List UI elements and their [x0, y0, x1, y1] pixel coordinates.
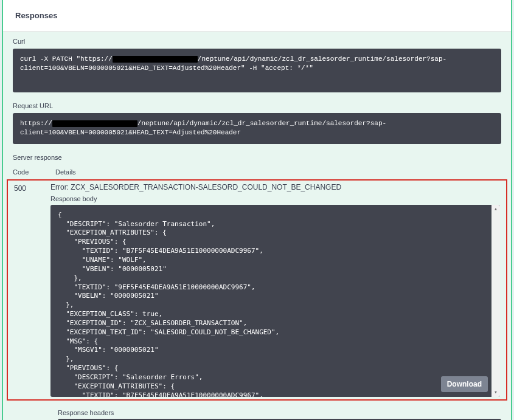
server-response-label: Server response — [3, 148, 511, 164]
response-headers-label: Response headers — [58, 409, 501, 416]
curl-label: Curl — [13, 38, 501, 45]
response-body-label: Response body — [50, 195, 500, 202]
scroll-up-icon[interactable]: ▴ — [494, 205, 497, 213]
curl-command-box[interactable]: curl -X PATCH "https:///neptune/api/dyna… — [13, 49, 501, 92]
redacted-host — [113, 56, 198, 63]
download-button[interactable]: Download — [441, 376, 488, 392]
request-url-box[interactable]: https:///neptune/api/dynamic/zcl_dr_sale… — [13, 113, 501, 144]
response-body-box[interactable]: { "DESCRIPT": "Salesorder Transaction", … — [50, 205, 500, 397]
request-url-label: Request URL — [13, 102, 501, 109]
error-highlight-box: 500 Error: ZCX_SALESORDER_TRANSACTION-SA… — [7, 179, 507, 401]
redacted-host — [52, 120, 137, 127]
scroll-down-icon[interactable]: ▾ — [494, 388, 497, 397]
responses-title: Responses — [15, 11, 499, 20]
response-headers-section: Response headers access-control-allow-or… — [3, 404, 511, 420]
response-table: Code Details — [3, 164, 511, 176]
column-header-details: Details — [55, 168, 501, 176]
responses-header: Responses — [3, 0, 511, 32]
response-body-json: { "DESCRIPT": "Salesorder Transaction", … — [50, 205, 500, 397]
error-message: Error: ZCX_SALESORDER_TRANSACTION-SALESO… — [50, 183, 500, 191]
column-header-code: Code — [13, 168, 55, 176]
curl-section: Curl curl -X PATCH "https:///neptune/api… — [3, 32, 511, 96]
request-url-section: Request URL https:///neptune/api/dynamic… — [3, 96, 511, 148]
responses-panel: Responses Curl curl -X PATCH "https:///n… — [2, 0, 512, 420]
scrollbar[interactable]: ▴ ▾ — [491, 205, 500, 397]
status-code: 500 — [14, 183, 50, 193]
